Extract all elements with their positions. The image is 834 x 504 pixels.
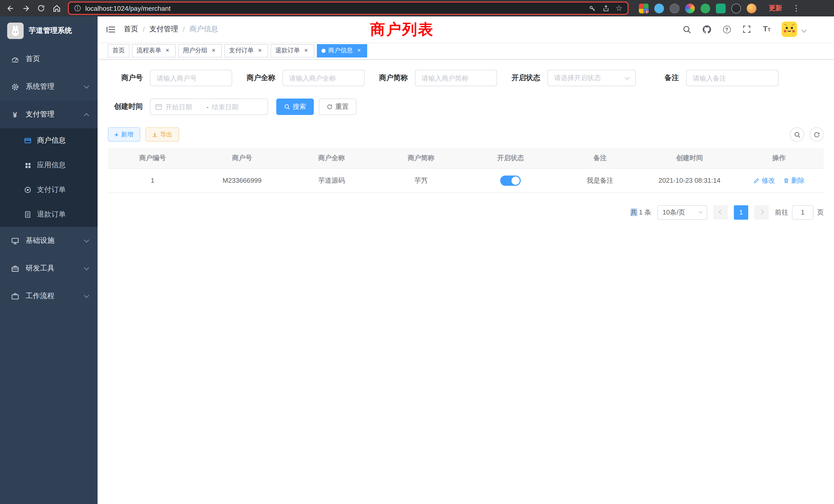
sidebar-item-payment[interactable]: ¥ 支付管理 [0,100,97,128]
page-number-1[interactable]: 1 [734,205,748,220]
search-button[interactable]: 搜索 [276,98,314,115]
chevron-down-icon [84,84,89,89]
cell-actions: 修改 删除 [734,168,824,192]
col-merchant-id: 商户编号 [108,148,197,168]
search-icon [284,104,290,110]
sidebar-item-infrastructure[interactable]: 基础设施 [0,227,97,255]
payment-submenu: 商户信息 应用信息 支付订单 [0,128,97,227]
tab-pay-order[interactable]: 支付订单 × [224,44,268,57]
toolbox-icon [10,265,20,272]
col-full-name: 商户全称 [287,148,376,168]
status-select[interactable]: 请选择开启状态 [547,70,636,86]
bookmark-star-icon[interactable]: ☆ [615,4,622,13]
trash-icon [783,177,789,183]
toggle-search-button[interactable] [790,127,804,142]
logo-rabbit-icon [7,23,24,39]
col-status: 开启状态 [466,148,555,168]
tab-label: 支付订单 [229,46,254,55]
extension-icon-7[interactable] [731,3,741,13]
share-icon[interactable] [602,4,609,12]
browser-menu-icon[interactable]: ⋮ [792,4,800,13]
browser-update-button[interactable]: 更新 [766,2,785,14]
app-navbar: 首页 / 支付管理 / 商户信息 ? [97,17,834,42]
chevron-down-icon [625,75,630,80]
edit-button[interactable]: 修改 [753,176,775,185]
gear-icon [10,83,20,91]
filter-label-status: 开启状态 [505,73,540,83]
chevron-down-icon [84,265,89,270]
start-date-input[interactable] [166,103,203,111]
sidebar-item-home[interactable]: 首页 [0,45,97,73]
forward-icon[interactable] [20,2,32,14]
close-icon[interactable]: × [303,47,310,54]
prev-page-button[interactable] [713,205,728,220]
search-icon[interactable] [681,24,692,35]
sidebar-item-workflow[interactable]: 工作流程 [0,282,97,310]
cell-status [466,168,555,192]
merchant-no-input[interactable] [150,70,232,86]
back-icon[interactable] [4,2,17,14]
cell-merchant-no: M233666999 [197,168,287,192]
close-icon[interactable]: × [256,47,263,54]
page-size-select[interactable]: 10条/页 [657,205,707,220]
address-bar[interactable]: localhost:1024/pay/merchant ☆ [68,2,629,15]
create-time-range-picker[interactable]: - [150,98,268,115]
tab-refund-order[interactable]: 退款订单 × [271,44,314,57]
refresh-table-button[interactable] [809,127,824,142]
github-icon[interactable] [702,24,712,35]
close-icon[interactable]: × [164,47,171,54]
extension-icon-8[interactable] [747,3,756,13]
extension-icon-3[interactable] [670,3,679,13]
close-icon[interactable]: × [355,47,363,54]
url-text[interactable]: localhost:1024/pay/merchant [85,4,171,12]
tab-merchant-info[interactable]: 商户信息 × [317,44,367,57]
sidebar-item-devtools[interactable]: 研发工具 [0,255,97,282]
tab-home[interactable]: 首页 [108,44,129,57]
font-size-icon[interactable]: TT [762,24,772,35]
merchant-name-input[interactable] [282,70,365,86]
col-actions: 操作 [734,148,824,168]
sidebar-item-refund-order[interactable]: 退款订单 [0,202,97,227]
status-toggle[interactable] [500,175,521,186]
extension-icon-6[interactable] [716,3,726,13]
breadcrumb-level1[interactable]: 支付管理 [150,25,178,34]
app-logo[interactable]: 芋道管理系统 [0,17,97,45]
sidebar-fold-icon[interactable] [105,24,116,35]
extension-icon-4[interactable] [685,3,695,13]
tab-label: 首页 [112,46,125,55]
help-icon[interactable]: ? [722,24,732,35]
add-button[interactable]: + 新增 [108,127,140,142]
goto-page-input[interactable] [792,205,813,220]
sidebar-item-merchant-info[interactable]: 商户信息 [0,128,97,153]
password-key-icon[interactable] [588,4,596,12]
extension-icon-2[interactable] [654,3,664,13]
tab-process-form[interactable]: 流程表单 × [132,44,176,57]
next-page-button[interactable] [754,205,769,220]
export-button[interactable]: 导出 [145,127,179,142]
delete-button[interactable]: 删除 [783,176,805,185]
fullscreen-icon[interactable] [742,24,752,35]
merchant-short-name-input[interactable] [415,70,497,86]
user-dropdown-caret-icon[interactable] [802,25,806,34]
extension-icon-1[interactable]: 10 [639,3,649,13]
sidebar-item-app-info[interactable]: 应用信息 [0,153,97,178]
extension-icon-5[interactable] [701,3,710,13]
breadcrumb-home[interactable]: 首页 [124,25,138,34]
sidebar-item-label: 首页 [26,54,40,64]
reset-button[interactable]: 重置 [319,98,356,115]
goto-unit-label: 页 [817,208,824,217]
table-row: 1 M233666999 芋道源码 芋艿 我是备注 2021-10-23 08:… [108,168,824,192]
remark-input[interactable] [686,70,778,86]
sidebar-item-system[interactable]: 系统管理 [0,73,97,100]
close-icon[interactable]: × [210,47,217,54]
home-icon[interactable] [50,2,63,14]
extension-badge: 10 [644,10,649,13]
reload-icon[interactable] [35,2,47,14]
extensions-area: 10 [639,3,756,13]
end-date-input[interactable] [212,103,250,111]
user-avatar[interactable] [782,22,797,37]
site-info-icon[interactable] [74,5,81,12]
tab-user-group[interactable]: 用户分组 × [178,44,222,57]
sidebar-item-pay-order[interactable]: 支付订单 [0,178,97,202]
sidebar-item-label: 支付管理 [26,110,54,119]
